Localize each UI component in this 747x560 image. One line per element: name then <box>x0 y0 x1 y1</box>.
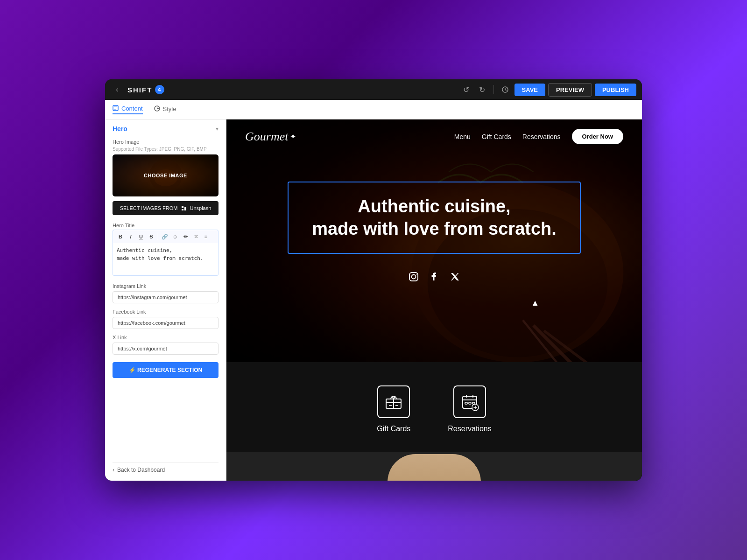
x-link-label: X Link <box>105 333 226 342</box>
underline-button[interactable]: U <box>136 232 146 241</box>
hero-content: Authentic cuisine, made with love from s… <box>226 154 642 299</box>
hero-title: Authentic cuisine, made with love from s… <box>312 196 557 240</box>
toolbar-divider <box>158 233 158 240</box>
align-button[interactable]: ≡ <box>201 232 211 241</box>
edit-button[interactable]: ✏ <box>181 232 190 241</box>
gift-cards-service[interactable]: Gift Cards <box>377 385 410 433</box>
instagram-icon[interactable] <box>409 272 419 285</box>
svg-rect-21 <box>465 402 467 404</box>
facebook-icon[interactable] <box>429 272 439 285</box>
x-twitter-icon[interactable] <box>450 272 460 285</box>
reservations-label: Reservations <box>448 425 491 433</box>
indent-button[interactable]: ⁙ <box>191 232 200 241</box>
svg-rect-6 <box>184 207 186 210</box>
app-logo: SHIFT 4 <box>127 85 164 94</box>
svg-rect-5 <box>182 206 183 208</box>
hero-image-sublabel: Supported File Types: JPEG, PNG, GIF, BM… <box>105 147 226 154</box>
bottom-section <box>226 452 642 481</box>
nav-reservations[interactable]: Reservations <box>522 133 561 140</box>
hero-logo: Gourmet ✦ <box>245 130 445 144</box>
hero-nav: Gourmet ✦ Menu Gift Cards Reservations O… <box>226 119 642 154</box>
svg-point-15 <box>412 275 416 279</box>
logo-name: Gourmet <box>245 130 288 144</box>
back-chevron-icon: ‹ <box>113 467 114 473</box>
history-button[interactable] <box>499 83 512 96</box>
hero-nav-links: Menu Gift Cards Reservations Order Now <box>454 129 623 144</box>
panel-hero-header: Hero ▾ <box>105 119 226 136</box>
select-images-label: SELECT IMAGES FROM <box>120 205 178 211</box>
nav-menu[interactable]: Menu <box>454 133 471 140</box>
order-now-button[interactable]: Order Now <box>572 129 623 144</box>
svg-rect-22 <box>469 402 471 404</box>
svg-rect-23 <box>472 402 475 404</box>
redo-button[interactable]: ↻ <box>476 83 489 96</box>
back-dashboard-link[interactable]: ‹ Back to Dashboard <box>113 462 218 473</box>
hero-social <box>409 272 460 285</box>
tab-content-label: Content <box>121 105 143 112</box>
instagram-link-label: Instagram Link <box>105 281 226 290</box>
topbar-actions: ↺ ↻ SAVE PREVIEW PUBLISH <box>460 83 636 97</box>
svg-rect-7 <box>182 209 183 210</box>
hero-image-label: Hero Image <box>105 136 226 147</box>
tab-style[interactable]: Style <box>154 105 176 114</box>
logo-badge: 4 <box>155 85 164 94</box>
instagram-input[interactable] <box>113 291 218 303</box>
reservations-service[interactable]: Reservations <box>448 385 491 433</box>
reservations-icon <box>453 385 486 418</box>
hero-title-box: Authentic cuisine, made with love from s… <box>288 182 581 254</box>
unsplash-label: Unsplash <box>190 205 211 211</box>
back-dashboard-label: Back to Dashboard <box>117 467 165 473</box>
main-layout: Hero ▾ Hero Image Supported File Types: … <box>105 119 642 481</box>
hero-title-line2: made with love from scratch. <box>312 219 557 238</box>
emoji-button[interactable]: ☺ <box>170 232 180 241</box>
logo-text: SHIFT <box>127 86 152 94</box>
hero-section: Gourmet ✦ Menu Gift Cards Reservations O… <box>226 119 642 362</box>
back-icon[interactable]: ‹ <box>111 83 124 96</box>
left-panel: Hero ▾ Hero Image Supported File Types: … <box>105 119 226 481</box>
app-window: ‹ SHIFT 4 ↺ ↻ SAVE PREVIEW PUBLISH <box>105 79 642 481</box>
regenerate-button[interactable]: ⚡ REGENERATE SECTION <box>113 362 218 378</box>
gift-cards-label: Gift Cards <box>377 425 410 433</box>
unsplash-icon <box>181 205 187 211</box>
right-preview: Gourmet ✦ Menu Gift Cards Reservations O… <box>226 119 642 481</box>
italic-button[interactable]: I <box>126 232 135 241</box>
x-input[interactable] <box>113 343 218 355</box>
tab-content[interactable]: Content <box>113 105 143 114</box>
content-icon <box>113 105 119 112</box>
preview-button[interactable]: PREVIEW <box>548 83 592 97</box>
unsplash-button[interactable]: SELECT IMAGES FROM Unsplash <box>113 201 218 215</box>
rich-text-toolbar: B I U S 🔗 ☺ ✏ ⁙ ≡ <box>113 230 218 243</box>
topbar: ‹ SHIFT 4 ↺ ↻ SAVE PREVIEW PUBLISH <box>105 79 642 100</box>
bold-button[interactable]: B <box>116 232 125 241</box>
svg-point-16 <box>416 274 417 275</box>
tab-style-label: Style <box>163 105 176 112</box>
cursor-arrow: ▲ <box>531 298 539 308</box>
gift-cards-icon <box>377 385 410 418</box>
undo-button[interactable]: ↺ <box>460 83 473 96</box>
strikethrough-button[interactable]: S <box>147 232 156 241</box>
hero-image-upload[interactable]: CHOOSE IMAGE <box>113 154 218 196</box>
services-section: Gift Cards <box>226 362 642 452</box>
tabbar: Content Style <box>105 100 642 119</box>
hero-title-textarea[interactable] <box>113 243 218 276</box>
hands-image <box>388 454 481 481</box>
publish-button[interactable]: PUBLISH <box>595 84 636 96</box>
panel-hero-title: Hero <box>113 125 127 133</box>
facebook-link-label: Facebook Link <box>105 307 226 316</box>
link-button[interactable]: 🔗 <box>160 232 169 241</box>
svg-rect-14 <box>409 273 418 281</box>
chevron-down-icon[interactable]: ▾ <box>216 126 218 132</box>
choose-image-label: CHOOSE IMAGE <box>144 173 187 178</box>
hero-title-line1: Authentic cuisine, <box>358 196 510 216</box>
nav-gift-cards[interactable]: Gift Cards <box>482 133 511 140</box>
style-icon <box>154 105 160 113</box>
facebook-input[interactable] <box>113 317 218 329</box>
save-button[interactable]: SAVE <box>514 84 545 96</box>
hero-title-label: Hero Title <box>105 221 226 230</box>
logo-star-icon: ✦ <box>290 132 296 141</box>
